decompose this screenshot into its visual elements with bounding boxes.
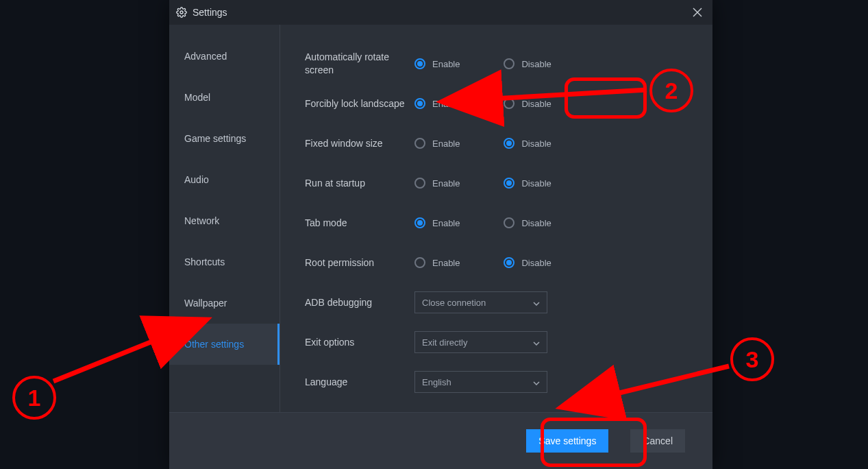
radio-disable[interactable]: Disable [504, 178, 551, 189]
sidebar-item-label: Audio [184, 174, 209, 185]
sidebar-item-label: Shortcuts [184, 256, 225, 267]
select-value: Close connetion [422, 298, 486, 308]
gear-icon [176, 7, 187, 18]
sidebar-item-shortcuts[interactable]: Shortcuts [169, 241, 280, 282]
radio-ring-icon [504, 178, 514, 189]
radio-disable[interactable]: Disable [504, 98, 551, 109]
radio-ring-icon [414, 257, 425, 268]
radio-enable[interactable]: Enable [414, 217, 460, 228]
select-language[interactable]: English [414, 371, 547, 393]
radio-label: Enable [432, 99, 460, 109]
sidebar-item-audio[interactable]: Audio [169, 159, 280, 200]
radio-label: Disable [521, 218, 551, 228]
radio-disable[interactable]: Disable [504, 257, 551, 268]
radio-label: Disable [521, 139, 551, 149]
setting-row-root_perm: Root permissionEnableDisable [305, 243, 712, 282]
setting-label: Root permission [305, 256, 414, 269]
setting-row-fixed_window: Fixed window sizeEnableDisable [305, 123, 712, 163]
radio-disable[interactable]: Disable [504, 217, 551, 228]
radio-ring-icon [414, 217, 425, 228]
setting-row-exit_opts: Exit optionsExit directly [305, 322, 712, 362]
radio-disable[interactable]: Disable [504, 138, 551, 149]
setting-label: Fixed window size [305, 137, 414, 150]
sidebar-item-label: Other settings [184, 339, 244, 350]
sidebar-item-label: Game settings [184, 133, 246, 144]
sidebar-item-game-settings[interactable]: Game settings [169, 118, 280, 159]
close-button[interactable] [689, 4, 706, 21]
window-title: Settings [193, 7, 227, 18]
setting-row-run_startup: Run at startupEnableDisable [305, 163, 712, 203]
sidebar-item-label: Advanced [184, 51, 227, 62]
radio-enable[interactable]: Enable [414, 58, 460, 69]
chevron-down-icon [533, 337, 540, 348]
titlebar: Settings [169, 0, 712, 25]
select-value: English [422, 377, 451, 387]
radio-group: EnableDisable [414, 257, 551, 268]
setting-label: Tab mode [305, 217, 414, 230]
select-exit_opts[interactable]: Exit directly [414, 331, 547, 353]
sidebar-item-wallpaper[interactable]: Wallpaper [169, 282, 280, 324]
sidebar-item-network[interactable]: Network [169, 200, 280, 241]
cancel-button[interactable]: Cancel [630, 429, 685, 453]
setting-row-auto_rotate: Automatically rotate screenEnableDisable [305, 44, 712, 84]
radio-ring-icon [414, 98, 425, 109]
sidebar-item-label: Network [184, 215, 219, 226]
radio-enable[interactable]: Enable [414, 138, 460, 149]
sidebar-item-other-settings[interactable]: Other settings [169, 324, 280, 365]
radio-group: EnableDisable [414, 138, 551, 149]
radio-ring-icon [414, 58, 425, 69]
annotation-number-3: 3 [730, 337, 774, 381]
svg-point-0 [180, 11, 183, 14]
setting-row-language: LanguageEnglish [305, 362, 712, 402]
settings-panel: Automatically rotate screenEnableDisable… [280, 25, 712, 412]
chevron-down-icon [533, 298, 540, 308]
settings-window: Settings AdvancedModelGame settingsAudio… [169, 0, 712, 469]
sidebar-item-label: Wallpaper [184, 298, 227, 309]
setting-label: Automatically rotate screen [305, 51, 414, 77]
radio-ring-icon [414, 178, 425, 189]
annotation-number-1: 1 [12, 376, 56, 420]
svg-line-4 [53, 339, 159, 381]
close-icon [693, 8, 702, 17]
radio-label: Disable [521, 258, 551, 268]
radio-label: Enable [432, 178, 460, 189]
radio-label: Disable [521, 178, 551, 189]
radio-label: Disable [521, 59, 551, 69]
setting-row-tab_mode: Tab modeEnableDisable [305, 203, 712, 243]
radio-label: Enable [432, 59, 460, 69]
radio-enable[interactable]: Enable [414, 178, 460, 189]
sidebar-item-model[interactable]: Model [169, 77, 280, 118]
radio-group: EnableDisable [414, 58, 551, 69]
radio-ring-icon [504, 138, 514, 149]
setting-row-lock_landscape: Forcibly lock landscapeEnableDisable [305, 84, 712, 123]
radio-label: Enable [432, 258, 460, 268]
radio-label: Disable [521, 99, 551, 109]
radio-ring-icon [504, 257, 514, 268]
footer: Save settings Cancel [169, 412, 712, 469]
sidebar: AdvancedModelGame settingsAudioNetworkSh… [169, 25, 280, 412]
radio-group: EnableDisable [414, 178, 551, 189]
sidebar-item-advanced[interactable]: Advanced [169, 36, 280, 77]
radio-group: EnableDisable [414, 217, 551, 228]
radio-ring-icon [504, 217, 514, 228]
radio-group: EnableDisable [414, 98, 551, 109]
setting-label: Exit options [305, 336, 414, 349]
radio-ring-icon [504, 98, 514, 109]
radio-label: Enable [432, 218, 460, 228]
chevron-down-icon [533, 377, 540, 387]
select-value: Exit directly [422, 337, 467, 348]
radio-ring-icon [414, 138, 425, 149]
radio-label: Enable [432, 139, 460, 149]
select-adb_debug[interactable]: Close connetion [414, 291, 547, 313]
setting-label: Run at startup [305, 177, 414, 190]
setting-label: Forcibly lock landscape [305, 97, 414, 110]
setting-label: ADB debugging [305, 296, 414, 309]
radio-enable[interactable]: Enable [414, 98, 460, 109]
radio-enable[interactable]: Enable [414, 257, 460, 268]
save-button[interactable]: Save settings [526, 429, 608, 453]
setting-label: Language [305, 376, 414, 389]
radio-disable[interactable]: Disable [504, 58, 551, 69]
setting-row-adb_debug: ADB debuggingClose connetion [305, 282, 712, 322]
sidebar-item-label: Model [184, 92, 210, 103]
radio-ring-icon [504, 58, 514, 69]
